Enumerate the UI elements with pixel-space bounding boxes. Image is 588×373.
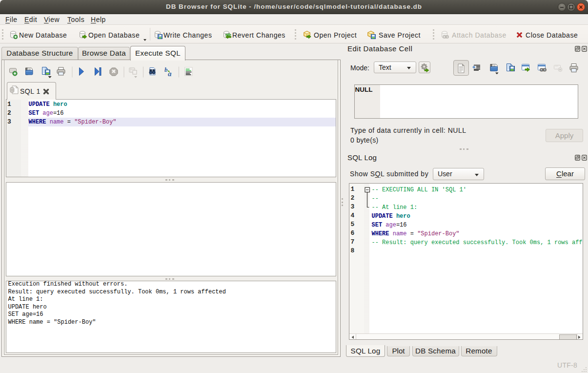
svg-text:b: b xyxy=(164,66,168,73)
svg-text:a: a xyxy=(168,70,172,78)
